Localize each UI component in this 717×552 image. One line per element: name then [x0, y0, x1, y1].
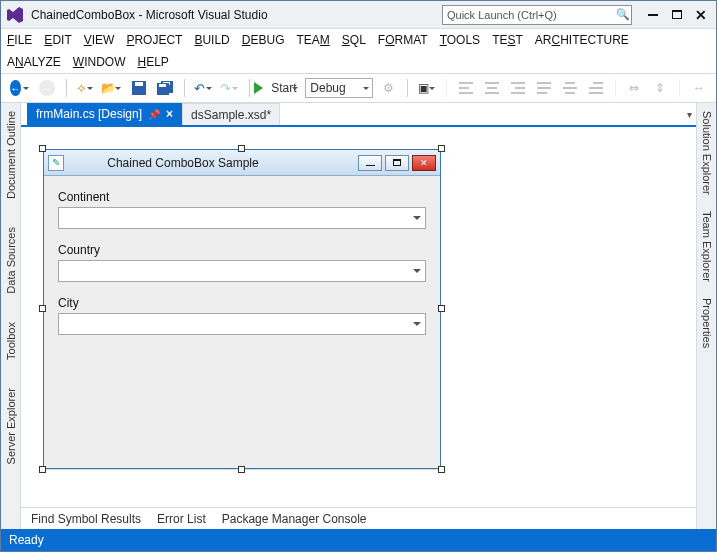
- new-project-icon: ✧: [76, 81, 87, 96]
- combo-city[interactable]: [58, 313, 426, 335]
- resize-handle[interactable]: [438, 466, 445, 473]
- align-middle-icon: [563, 82, 577, 94]
- save-all-button[interactable]: [154, 77, 176, 99]
- resize-handle[interactable]: [39, 145, 46, 152]
- menu-format[interactable]: FORMAT: [378, 33, 428, 47]
- panel-toolbox[interactable]: Toolbox: [4, 318, 18, 364]
- title-bar: ChainedComboBox - Microsoft Visual Studi…: [1, 1, 716, 29]
- panel-solution-explorer[interactable]: Solution Explorer: [700, 107, 714, 199]
- align-bottom-button[interactable]: [585, 77, 607, 99]
- save-button[interactable]: [128, 77, 150, 99]
- toolbar-separator: [249, 79, 250, 97]
- combo-continent[interactable]: [58, 207, 426, 229]
- document-tab-inactive[interactable]: dsSample.xsd*: [182, 103, 280, 125]
- menu-debug[interactable]: DEBUG: [242, 33, 285, 47]
- window-minimize-button[interactable]: [642, 5, 664, 25]
- navigate-back-button[interactable]: ←: [7, 77, 32, 99]
- resize-handle[interactable]: [238, 466, 245, 473]
- menu-tools[interactable]: TOOLS: [440, 33, 480, 47]
- resize-handle[interactable]: [39, 305, 46, 312]
- start-label: Start: [271, 81, 296, 95]
- editor-area: frmMain.cs [Design] 📌 × dsSample.xsd* ▾ …: [21, 103, 696, 529]
- menu-bar: FILE EDIT VIEW PROJECT BUILD DEBUG TEAM …: [1, 29, 716, 51]
- menu-test[interactable]: TEST: [492, 33, 523, 47]
- panel-package-manager-console[interactable]: Package Manager Console: [222, 512, 367, 526]
- designer-form-selection[interactable]: ✎ Chained ComboBox Sample ✕ Continent: [43, 149, 441, 469]
- window-restore-button[interactable]: [666, 5, 688, 25]
- menu-build[interactable]: BUILD: [194, 33, 229, 47]
- align-middle-button[interactable]: [559, 77, 581, 99]
- configuration-select[interactable]: Debug: [305, 78, 373, 98]
- window-close-button[interactable]: ✕: [690, 5, 712, 25]
- align-center-button[interactable]: [481, 77, 503, 99]
- form-titlebar: ✎ Chained ComboBox Sample ✕: [44, 150, 440, 176]
- menu-file[interactable]: FILE: [7, 33, 32, 47]
- navigate-forward-button[interactable]: →: [36, 77, 58, 99]
- align-left-button[interactable]: [455, 77, 477, 99]
- form-close-button[interactable]: ✕: [412, 155, 436, 171]
- document-tabs: frmMain.cs [Design] 📌 × dsSample.xsd* ▾: [21, 103, 696, 127]
- menu-analyze[interactable]: ANALYZE: [7, 55, 61, 69]
- tab-overflow-button[interactable]: ▾: [687, 109, 692, 120]
- document-tab-active[interactable]: frmMain.cs [Design] 📌 ×: [27, 103, 182, 125]
- menu-help[interactable]: HELP: [137, 55, 168, 69]
- document-tab-label: dsSample.xsd*: [191, 108, 271, 122]
- form-maximize-button[interactable]: [385, 155, 409, 171]
- label-city[interactable]: City: [58, 296, 426, 310]
- solution-platforms-button[interactable]: ⚙: [377, 77, 399, 99]
- quick-launch-input[interactable]: Quick Launch (Ctrl+Q) 🔍: [442, 5, 632, 25]
- undo-button[interactable]: ↶: [193, 77, 215, 99]
- menu-window[interactable]: WINDOW: [73, 55, 126, 69]
- vs-window: ChainedComboBox - Microsoft Visual Studi…: [0, 0, 717, 552]
- menu-edit[interactable]: EDIT: [44, 33, 71, 47]
- panel-data-sources[interactable]: Data Sources: [4, 223, 18, 298]
- align-top-button[interactable]: [533, 77, 555, 99]
- panel-properties[interactable]: Properties: [700, 294, 714, 352]
- vspace-icon: ⇕: [655, 81, 665, 95]
- menu-architecture[interactable]: ARCHITECTURE: [535, 33, 629, 47]
- layout-button[interactable]: ▣: [416, 77, 438, 99]
- toolbar-separator: [615, 79, 616, 97]
- quick-launch-placeholder: Quick Launch (Ctrl+Q): [447, 9, 615, 21]
- resize-handle[interactable]: [238, 145, 245, 152]
- menu-view[interactable]: VIEW: [84, 33, 115, 47]
- align-right-button[interactable]: [507, 77, 529, 99]
- redo-icon: ↷: [220, 81, 231, 96]
- toolbar-separator: [446, 79, 447, 97]
- same-width-icon: ↔: [693, 81, 705, 95]
- resize-handle[interactable]: [39, 466, 46, 473]
- designer-surface[interactable]: ✎ Chained ComboBox Sample ✕ Continent: [21, 127, 696, 507]
- align-top-icon: [537, 82, 551, 94]
- vspace-button[interactable]: ⇕: [649, 77, 671, 99]
- panel-server-explorer[interactable]: Server Explorer: [4, 384, 18, 468]
- menu-team[interactable]: TEAM: [296, 33, 329, 47]
- panel-error-list[interactable]: Error List: [157, 512, 206, 526]
- form-minimize-button[interactable]: [358, 155, 382, 171]
- menu-project[interactable]: PROJECT: [126, 33, 182, 47]
- toolbar-separator: [66, 79, 67, 97]
- same-width-button[interactable]: ↔: [688, 77, 710, 99]
- panel-team-explorer[interactable]: Team Explorer: [700, 207, 714, 286]
- toolbar-separator: [184, 79, 185, 97]
- resize-handle[interactable]: [438, 145, 445, 152]
- resize-handle[interactable]: [438, 305, 445, 312]
- label-continent[interactable]: Continent: [58, 190, 426, 204]
- designer-form[interactable]: ✎ Chained ComboBox Sample ✕ Continent: [43, 149, 441, 469]
- toolbar-separator: [407, 79, 408, 97]
- form-icon: ✎: [48, 155, 64, 171]
- close-tab-icon[interactable]: ×: [166, 107, 173, 121]
- menu-sql[interactable]: SQL: [342, 33, 366, 47]
- panel-find-symbol-results[interactable]: Find Symbol Results: [31, 512, 141, 526]
- pin-icon[interactable]: 📌: [148, 109, 160, 120]
- left-tool-rail: Document Outline Data Sources Toolbox Se…: [1, 103, 21, 529]
- start-debug-button[interactable]: Start: [257, 77, 301, 99]
- panel-document-outline[interactable]: Document Outline: [4, 107, 18, 203]
- open-file-button[interactable]: 📂: [100, 77, 124, 99]
- status-text: Ready: [9, 533, 44, 547]
- label-country[interactable]: Country: [58, 243, 426, 257]
- hspace-button[interactable]: ⇔: [623, 77, 645, 99]
- menu-bar-row2: ANALYZE WINDOW HELP: [1, 51, 716, 73]
- new-project-button[interactable]: ✧: [74, 77, 96, 99]
- combo-country[interactable]: [58, 260, 426, 282]
- redo-button[interactable]: ↷: [219, 77, 241, 99]
